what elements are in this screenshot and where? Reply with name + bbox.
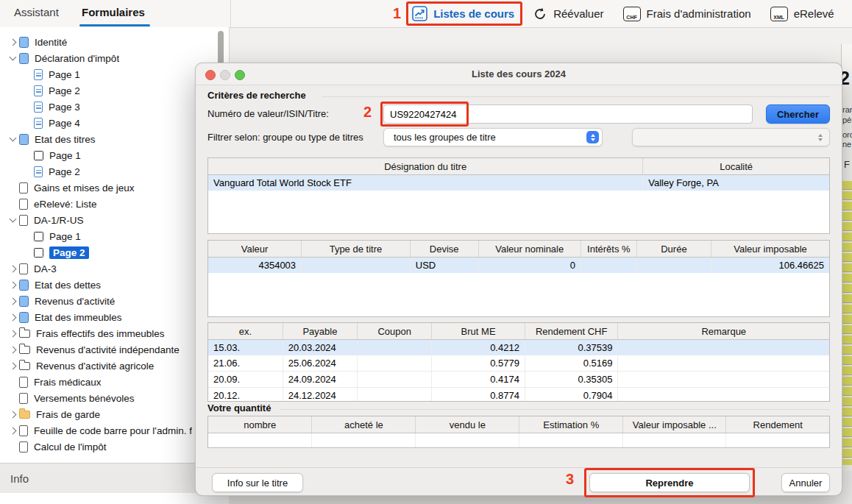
toolbar-buttons: 1 Listes de cours Rééval (393, 0, 834, 27)
reevaluer-button[interactable]: Réévaluer (533, 7, 603, 21)
table-cell[interactable]: Vanguard Total World Stock ETF (208, 175, 643, 191)
table-row[interactable]: 21.06. 25.06.2024 0.5779 0.5169 (208, 355, 829, 372)
detail-header-row: Valeur Type de titre Devise Valeur nomin… (208, 241, 829, 258)
table-cell[interactable] (618, 388, 829, 402)
folder-orange-icon (19, 411, 30, 419)
dialog-titlebar[interactable]: Liste des cours 2024 (196, 63, 842, 85)
quantity-table: nombre acheté le vendu le Estimation % V… (207, 416, 830, 448)
chevron-down-icon[interactable] (6, 219, 19, 221)
sidebar-scrollbar[interactable] (218, 31, 224, 66)
sidebar-item-label: Page 1 (49, 150, 81, 161)
chevron-right-icon[interactable] (6, 299, 19, 304)
chevron-down-icon[interactable] (6, 138, 19, 141)
table-cell[interactable]: 4354003 (208, 258, 302, 274)
table-cell[interactable] (636, 258, 711, 274)
table-cell[interactable] (358, 340, 432, 356)
column-header: Valeur nominale (478, 241, 581, 258)
table-row[interactable]: 20.09. 24.09.2024 0.4174 0.35305 (208, 372, 829, 388)
table-cell[interactable]: 0.35305 (525, 372, 618, 388)
chevron-right-icon[interactable] (6, 266, 19, 271)
page-icon (34, 69, 43, 80)
sidebar-item-declaration-impot[interactable]: Déclaration d'impôt (0, 50, 229, 66)
tab-formulaires[interactable]: Formulaires (82, 6, 145, 18)
table-row[interactable]: Vanguard Total World Stock ETF Valley Fo… (208, 175, 829, 191)
table-cell[interactable] (302, 258, 411, 274)
column-header: vendu le (416, 416, 519, 433)
table-cell[interactable]: 25.06.2024 (283, 355, 357, 372)
table-row[interactable]: 4354003 USD 0 106.46625 (208, 258, 829, 274)
chevron-down-icon[interactable] (6, 57, 19, 60)
chevron-right-icon[interactable] (6, 363, 19, 369)
table-row[interactable]: 15.03. 20.03.2024 0.4212 0.37539 (208, 340, 829, 356)
table-cell[interactable]: 21.06. (208, 355, 283, 372)
document-icon (19, 280, 29, 291)
sidebar-item-label: Revenus d'activité (35, 296, 115, 307)
tab-assistant[interactable]: Assistant (14, 6, 59, 18)
table-cell[interactable]: 0.5779 (432, 355, 525, 372)
table-cell[interactable] (358, 372, 432, 388)
table-row[interactable]: 20.12. 24.12.2024 0.8774 0.7904 (208, 388, 829, 402)
sidebar-item-label: Page 3 (49, 102, 80, 113)
sidebar-item-identite[interactable]: Identité (0, 34, 229, 50)
table-cell[interactable]: 0.4212 (432, 340, 525, 356)
table-cell[interactable]: 24.09.2024 (283, 372, 357, 388)
info-sur-le-titre-button[interactable]: Info sur le titre (212, 473, 303, 492)
table-cell[interactable]: 0.8774 (432, 388, 525, 402)
column-header: Brut ME (432, 323, 525, 340)
table-cell[interactable]: 20.09. (208, 372, 283, 388)
table-cell[interactable]: 20.03.2024 (283, 340, 357, 356)
listes-de-cours-button[interactable]: Listes de cours (406, 1, 522, 26)
sidebar-item-label: eRelevé: Liste (34, 199, 97, 210)
table-cell[interactable] (358, 355, 432, 372)
chevron-right-icon[interactable] (6, 40, 19, 45)
table-cell[interactable] (581, 258, 636, 274)
table-cell[interactable]: 24.12.2024 (283, 388, 357, 402)
table-cell[interactable]: 0.4174 (432, 372, 525, 388)
chevron-right-icon[interactable] (6, 315, 19, 320)
select-stepper-icon (814, 131, 826, 143)
dialog-title: Liste des cours 2024 (196, 68, 842, 79)
filter-group-select[interactable]: tous les groupes de titre (383, 128, 603, 146)
table-cell[interactable]: 0.37539 (525, 340, 618, 356)
table-cell[interactable]: USD (410, 258, 478, 274)
table-cell[interactable]: 15.03. (208, 340, 283, 356)
column-header: Valeur (208, 241, 302, 258)
table-row-empty[interactable] (208, 433, 829, 449)
table-cell[interactable]: 0 (478, 258, 581, 274)
sidebar-item-label: Page 2 (49, 85, 80, 96)
chevron-right-icon[interactable] (6, 331, 19, 336)
group-separator (280, 409, 830, 410)
table-cell[interactable]: 20.12. (208, 388, 283, 402)
table-cell[interactable]: 0.5169 (525, 355, 618, 372)
table-cell[interactable]: 106.46625 (711, 258, 829, 274)
annotation-box-3 (584, 468, 755, 497)
document-icon (19, 312, 29, 323)
sidebar-item-label: DA-1/R-US (34, 215, 84, 226)
listes-de-cours-label: Listes de cours (433, 7, 514, 20)
table-cell[interactable] (618, 340, 829, 356)
document-icon (19, 441, 28, 452)
table-cell[interactable] (358, 388, 432, 402)
sidebar-item-label: Etat des titres (35, 134, 96, 145)
active-tab-underline (79, 24, 150, 26)
annuler-button[interactable]: Annuler (781, 473, 830, 492)
toolbar: Assistant Formulaires 1 Listes de cours (0, 0, 852, 28)
chevron-right-icon[interactable] (6, 412, 19, 417)
sidebar-item-label: Frais effectifs des immeubles (36, 328, 165, 339)
table-cell[interactable] (618, 355, 829, 372)
filter-type-select[interactable] (632, 128, 830, 146)
ereleve-button[interactable]: XML eRelevé (770, 7, 834, 21)
chevron-right-icon[interactable] (6, 347, 19, 352)
sidebar-item-label: Etat des dettes (35, 280, 101, 291)
frais-administration-button[interactable]: CHF Frais d'administration (623, 7, 751, 21)
table-cell[interactable]: Valley Forge, PA (643, 175, 829, 191)
chevron-right-icon[interactable] (6, 428, 19, 433)
table-cell[interactable]: 0.7904 (525, 388, 618, 402)
chercher-button[interactable]: Chercher (766, 104, 830, 124)
table-cell[interactable] (618, 372, 829, 388)
sidebar-item-label: Revenus d'activité agricole (36, 361, 154, 372)
chart-trend-icon (412, 6, 427, 21)
frais-administration-label: Frais d'administration (647, 7, 751, 20)
chevron-right-icon[interactable] (6, 283, 19, 288)
sidebar-item-label: Etat des immeubles (35, 312, 122, 323)
